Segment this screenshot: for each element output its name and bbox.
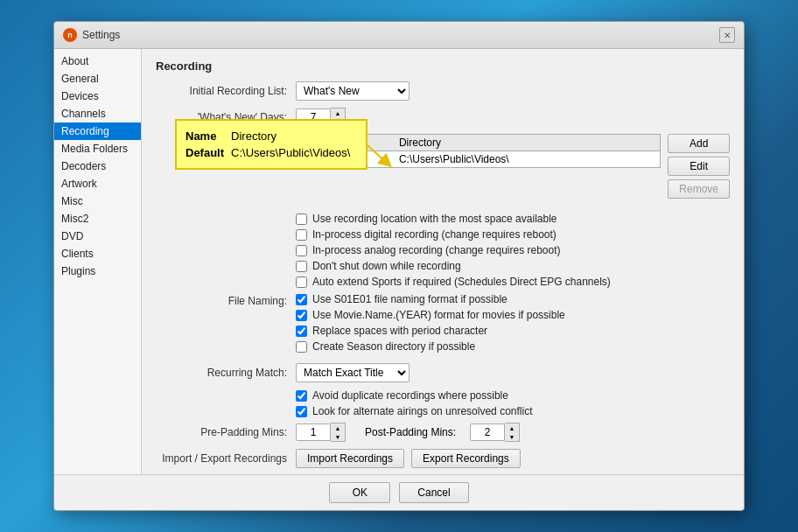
file-naming-control: Use S01E01 file naming format if possibl… bbox=[296, 293, 730, 356]
cb-shutdown[interactable] bbox=[296, 261, 307, 272]
cb-most-space-label: Use recording location with the most spa… bbox=[312, 213, 556, 225]
cb-alternate-airings-label: Look for alternate airings on unresolved… bbox=[312, 405, 532, 417]
settings-dialog: n Settings ✕ About General Devices Chann… bbox=[53, 21, 745, 511]
pre-padding-input[interactable]: 1 bbox=[296, 424, 331, 441]
import-recordings-button[interactable]: Import Recordings bbox=[296, 449, 404, 468]
sidebar-item-decoders[interactable]: Decoders bbox=[54, 158, 141, 175]
fn-row-1: Use S01E01 file naming format if possibl… bbox=[296, 293, 730, 305]
post-padding-input[interactable]: 2 bbox=[470, 424, 505, 441]
cb-digital-recording[interactable] bbox=[296, 229, 307, 241]
import-export-control: Import Recordings Export Recordings bbox=[296, 449, 730, 468]
rc-row-2: Look for alternate airings on unresolved… bbox=[296, 405, 730, 417]
cb-alternate-airings[interactable] bbox=[296, 406, 307, 417]
sidebar-item-artwork[interactable]: Artwork bbox=[54, 175, 141, 192]
whats-new-days-spinner: 7 ▲ ▼ bbox=[296, 108, 730, 127]
recording-directories-label: Recording Directories: bbox=[156, 134, 296, 150]
main-content: Name Directory Default C:\Users\Public\V… bbox=[142, 49, 744, 474]
sidebar: About General Devices Channels Recording… bbox=[54, 49, 142, 474]
table-row[interactable]: Default C:\Users\Public\Videos\ bbox=[297, 151, 661, 168]
padding-row: Pre-Padding Mins: 1 ▲ ▼ Post-Padding Min… bbox=[156, 423, 730, 442]
initial-recording-list-select[interactable]: What's New All Recordings By Date By Sho… bbox=[296, 81, 410, 101]
recording-directories-control: Name Directory Default C:\Users\Public\V… bbox=[296, 134, 730, 206]
dialog-title: Settings bbox=[82, 29, 120, 41]
checkbox-row-4: Don't shut down while recording bbox=[296, 260, 730, 272]
options-checkboxes: Use recording location with the most spa… bbox=[296, 213, 730, 288]
whats-new-days-input[interactable]: 7 bbox=[296, 108, 331, 126]
sidebar-item-clients[interactable]: Clients bbox=[54, 245, 141, 262]
file-naming-label: File Naming: bbox=[156, 293, 296, 307]
fn-row-2: Use Movie.Name.(YEAR) format for movies … bbox=[296, 309, 730, 321]
post-padding-up[interactable]: ▲ bbox=[505, 424, 519, 432]
dir-row-name: Default bbox=[297, 151, 394, 168]
initial-recording-list-row: Initial Recording List: What's New All R… bbox=[156, 81, 730, 101]
initial-recording-list-label: Initial Recording List: bbox=[156, 85, 296, 97]
cb-s01e01[interactable] bbox=[296, 294, 307, 305]
sidebar-item-misc[interactable]: Misc bbox=[54, 192, 141, 210]
spinner-buttons: ▲ ▼ bbox=[331, 108, 346, 127]
file-naming-row: File Naming: Use S01E01 file naming form… bbox=[156, 293, 730, 356]
title-bar: n Settings ✕ bbox=[54, 22, 744, 49]
cb-movie-name-label: Use Movie.Name.(YEAR) format for movies … bbox=[312, 309, 565, 321]
recurring-checkboxes: Avoid duplicate recordings where possibl… bbox=[296, 389, 730, 417]
whats-new-days-control: 7 ▲ ▼ bbox=[296, 108, 730, 127]
close-button[interactable]: ✕ bbox=[719, 27, 735, 43]
dir-col-name: Name bbox=[297, 135, 394, 151]
cb-digital-recording-label: In-process digital recording (change req… bbox=[312, 228, 556, 241]
initial-recording-list-control: What's New All Recordings By Date By Sho… bbox=[296, 81, 730, 101]
sidebar-item-devices[interactable]: Devices bbox=[54, 88, 141, 105]
post-padding-down[interactable]: ▼ bbox=[505, 432, 519, 441]
sidebar-item-misc2[interactable]: Misc2 bbox=[54, 210, 141, 228]
post-padding-spinner: 2 ▲ ▼ bbox=[470, 423, 520, 442]
pre-padding-down[interactable]: ▼ bbox=[331, 432, 345, 441]
cb-analog-recording[interactable] bbox=[296, 245, 307, 256]
spinner-down[interactable]: ▼ bbox=[331, 117, 345, 126]
remove-button[interactable]: Remove bbox=[668, 179, 730, 199]
pre-padding-label: Pre-Padding Mins: bbox=[156, 426, 296, 438]
spinner-up[interactable]: ▲ bbox=[331, 108, 345, 117]
directory-buttons: Add Edit Remove bbox=[668, 134, 730, 199]
checkbox-row-1: Use recording location with the most spa… bbox=[296, 213, 730, 225]
title-bar-left: n Settings bbox=[63, 28, 120, 42]
import-export-label: Import / Export Recordings bbox=[156, 452, 296, 465]
sidebar-item-dvd[interactable]: DVD bbox=[54, 228, 141, 245]
cb-avoid-duplicate[interactable] bbox=[296, 390, 307, 402]
cb-avoid-duplicate-label: Avoid duplicate recordings where possibl… bbox=[312, 389, 508, 402]
cb-s01e01-label: Use S01E01 file naming format if possibl… bbox=[312, 293, 508, 305]
sidebar-item-media-folders[interactable]: Media Folders bbox=[54, 140, 141, 158]
sidebar-item-channels[interactable]: Channels bbox=[54, 105, 141, 122]
fn-row-3: Replace spaces with period character bbox=[296, 325, 730, 337]
dialog-body: About General Devices Channels Recording… bbox=[54, 49, 744, 474]
dir-col-directory: Directory bbox=[394, 135, 661, 151]
recording-directories-row: Recording Directories: Name Directory bbox=[156, 134, 730, 206]
sidebar-item-general[interactable]: General bbox=[54, 70, 141, 88]
section-title: Recording bbox=[156, 60, 730, 73]
cb-most-space[interactable] bbox=[296, 214, 307, 225]
fn-row-4: Create Season directory if possible bbox=[296, 340, 730, 353]
recurring-match-row: Recurring Match: Match Exact Title Match… bbox=[156, 363, 730, 382]
cb-replace-spaces-label: Replace spaces with period character bbox=[312, 325, 487, 337]
cancel-button[interactable]: Cancel bbox=[399, 482, 468, 503]
import-export-buttons: Import Recordings Export Recordings bbox=[296, 449, 730, 468]
recurring-match-label: Recurring Match: bbox=[156, 367, 296, 379]
edit-button[interactable]: Edit bbox=[668, 157, 730, 176]
sidebar-item-recording[interactable]: Recording bbox=[54, 122, 141, 140]
sidebar-item-about[interactable]: About bbox=[54, 52, 141, 70]
cb-season-dir-label: Create Season directory if possible bbox=[312, 340, 475, 353]
checkbox-row-5: Auto extend Sports if required (Schedule… bbox=[296, 276, 730, 288]
cb-auto-extend-label: Auto extend Sports if required (Schedule… bbox=[312, 276, 611, 288]
pre-padding-spinner: 1 ▲ ▼ bbox=[296, 423, 346, 442]
export-recordings-button[interactable]: Export Recordings bbox=[411, 449, 521, 468]
recurring-match-select[interactable]: Match Exact Title Match Series Match Any bbox=[296, 363, 410, 382]
cb-movie-name[interactable] bbox=[296, 310, 307, 321]
sidebar-item-plugins[interactable]: Plugins bbox=[54, 262, 141, 280]
add-button[interactable]: Add bbox=[668, 134, 730, 153]
cb-season-dir[interactable] bbox=[296, 341, 307, 353]
pre-padding-spinner-btns: ▲ ▼ bbox=[331, 423, 346, 442]
ok-button[interactable]: OK bbox=[329, 482, 390, 503]
cb-replace-spaces[interactable] bbox=[296, 326, 307, 337]
dir-row-directory: C:\Users\Public\Videos\ bbox=[394, 151, 661, 168]
pre-padding-up[interactable]: ▲ bbox=[331, 424, 345, 432]
checkbox-row-2: In-process digital recording (change req… bbox=[296, 228, 730, 241]
cb-auto-extend[interactable] bbox=[296, 276, 307, 288]
post-padding-label: Post-Padding Mins: bbox=[365, 426, 456, 438]
